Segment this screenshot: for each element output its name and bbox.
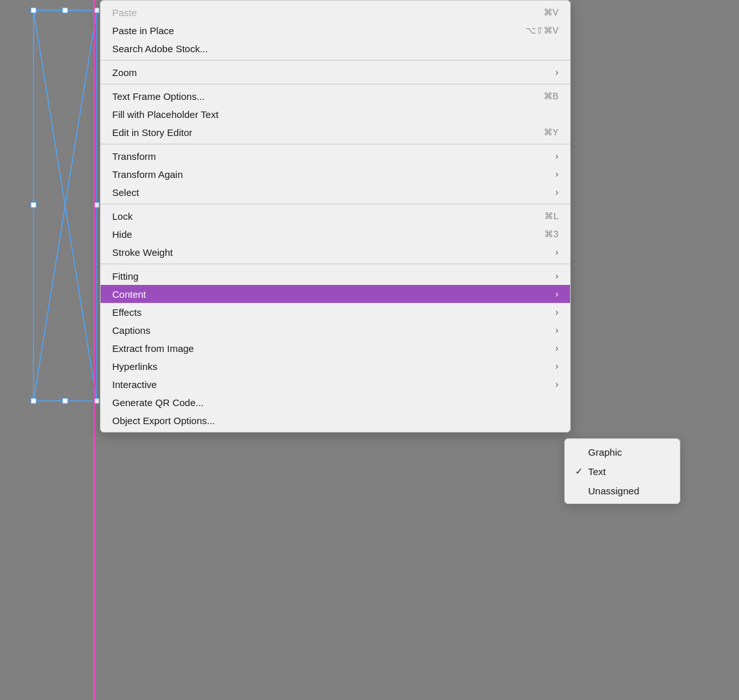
chevron-icon: ›	[555, 187, 558, 197]
menu-label-paste-in-place: Paste in Place	[112, 25, 513, 36]
svg-rect-7	[31, 202, 36, 208]
menu-label-zoom: Zoom	[112, 67, 549, 78]
menu-label-text-frame-options: Text Frame Options...	[112, 91, 531, 102]
menu-item-effects[interactable]: Effects›	[101, 303, 570, 321]
chevron-icon: ›	[555, 289, 558, 299]
menu-label-content: Content	[112, 289, 549, 300]
separator	[101, 204, 570, 204]
svg-rect-3	[31, 8, 36, 13]
menu-item-fitting[interactable]: Fitting›	[101, 267, 570, 285]
menu-label-transform: Transform	[112, 151, 549, 162]
menu-label-hide: Hide	[112, 229, 531, 240]
chevron-icon: ›	[555, 247, 558, 257]
menu-item-fill-placeholder[interactable]: Fill with Placeholder Text	[101, 105, 570, 123]
svg-rect-9	[94, 202, 99, 208]
check-icon-text: ✓	[575, 466, 588, 476]
menu-item-interactive[interactable]: Interactive›	[101, 375, 570, 393]
menu-item-extract-from-image[interactable]: Extract from Image›	[101, 339, 570, 357]
menu-item-captions[interactable]: Captions›	[101, 321, 570, 339]
chevron-icon: ›	[555, 361, 558, 371]
svg-rect-10	[63, 398, 68, 403]
menu-item-paste-in-place[interactable]: Paste in Place⌥⇧⌘V	[101, 21, 570, 39]
svg-rect-6	[94, 398, 99, 403]
context-menu: Paste⌘VPaste in Place⌥⇧⌘VSearch Adobe St…	[100, 0, 571, 433]
chevron-icon: ›	[555, 325, 558, 335]
chevron-icon: ›	[555, 379, 558, 389]
chevron-icon: ›	[555, 343, 558, 353]
submenu-label-unassigned: Unassigned	[588, 485, 669, 496]
menu-item-generate-qr-code[interactable]: Generate QR Code...	[101, 393, 570, 411]
menu-label-extract-from-image: Extract from Image	[112, 343, 549, 354]
menu-label-select: Select	[112, 187, 549, 198]
submenu-label-graphic: Graphic	[588, 447, 669, 458]
menu-item-object-export-options[interactable]: Object Export Options...	[101, 411, 570, 429]
menu-label-captions: Captions	[112, 325, 549, 336]
menu-item-paste[interactable]: Paste⌘V	[101, 3, 570, 21]
shortcut-edit-story-editor: ⌘Y	[544, 127, 558, 137]
menu-label-fill-placeholder: Fill with Placeholder Text	[112, 109, 558, 120]
shortcut-text-frame-options: ⌘B	[544, 91, 558, 101]
menu-item-hide[interactable]: Hide⌘3	[101, 225, 570, 243]
menu-label-search-adobe-stock: Search Adobe Stock...	[112, 43, 558, 54]
menu-item-edit-story-editor[interactable]: Edit in Story Editor⌘Y	[101, 123, 570, 141]
menu-label-object-export-options: Object Export Options...	[112, 415, 558, 426]
separator	[101, 264, 570, 264]
menu-label-hyperlinks: Hyperlinks	[112, 361, 549, 372]
shortcut-lock: ⌘L	[544, 211, 558, 221]
menu-label-effects: Effects	[112, 307, 549, 318]
menu-label-stroke-weight: Stroke Weight	[112, 247, 549, 258]
separator	[101, 60, 570, 61]
chevron-icon: ›	[555, 67, 558, 77]
menu-item-search-adobe-stock[interactable]: Search Adobe Stock...	[101, 39, 570, 57]
canvas-frame	[0, 0, 103, 413]
canvas-area	[0, 0, 103, 700]
svg-rect-4	[94, 8, 99, 13]
menu-item-hyperlinks[interactable]: Hyperlinks›	[101, 357, 570, 375]
menu-label-edit-story-editor: Edit in Story Editor	[112, 127, 531, 138]
menu-item-lock[interactable]: Lock⌘L	[101, 207, 570, 225]
separator	[101, 84, 570, 84]
menu-label-fitting: Fitting	[112, 271, 549, 282]
svg-rect-8	[63, 8, 68, 13]
menu-item-content[interactable]: Content›	[101, 285, 570, 303]
content-submenu: Graphic✓TextUnassigned	[564, 438, 680, 504]
menu-label-generate-qr-code: Generate QR Code...	[112, 397, 558, 408]
chevron-icon: ›	[555, 307, 558, 317]
menu-label-interactive: Interactive	[112, 379, 549, 390]
menu-label-lock: Lock	[112, 211, 531, 222]
submenu-item-graphic[interactable]: Graphic	[565, 442, 680, 462]
menu-item-select[interactable]: Select›	[101, 183, 570, 201]
menu-item-zoom[interactable]: Zoom›	[101, 63, 570, 81]
chevron-icon: ›	[555, 169, 558, 179]
submenu-label-text: Text	[588, 466, 669, 477]
chevron-icon: ›	[555, 151, 558, 161]
shortcut-paste-in-place: ⌥⇧⌘V	[526, 25, 558, 35]
menu-item-text-frame-options[interactable]: Text Frame Options...⌘B	[101, 87, 570, 105]
separator	[101, 144, 570, 144]
chevron-icon: ›	[555, 271, 558, 281]
menu-item-stroke-weight[interactable]: Stroke Weight›	[101, 243, 570, 261]
menu-label-transform-again: Transform Again	[112, 169, 549, 180]
svg-rect-5	[31, 398, 36, 403]
menu-item-transform-again[interactable]: Transform Again›	[101, 165, 570, 183]
shortcut-paste: ⌘V	[544, 7, 558, 17]
submenu-item-unassigned[interactable]: Unassigned	[565, 481, 680, 500]
submenu-item-text[interactable]: ✓Text	[565, 462, 680, 481]
menu-item-transform[interactable]: Transform›	[101, 147, 570, 165]
menu-label-paste: Paste	[112, 7, 531, 18]
shortcut-hide: ⌘3	[544, 229, 558, 239]
